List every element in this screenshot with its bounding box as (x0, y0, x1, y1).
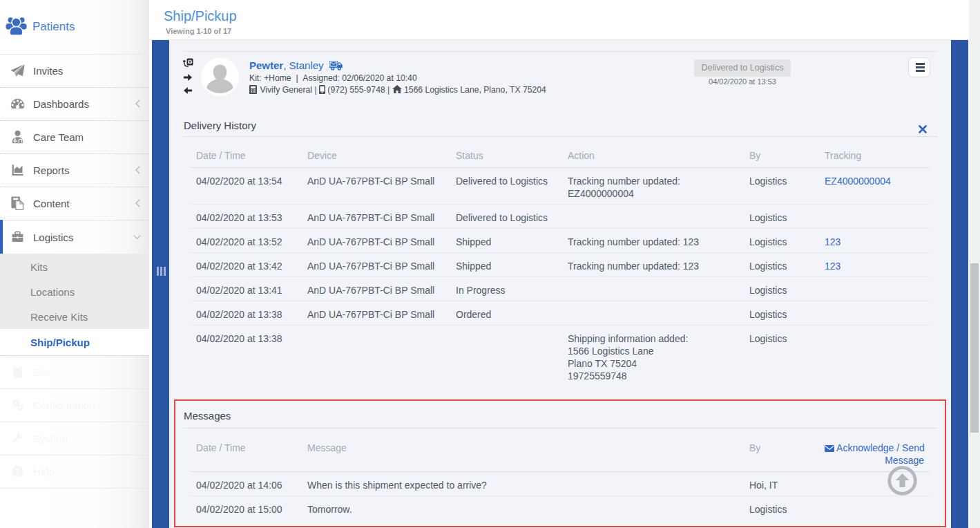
svg-text:?: ? (15, 467, 20, 475)
